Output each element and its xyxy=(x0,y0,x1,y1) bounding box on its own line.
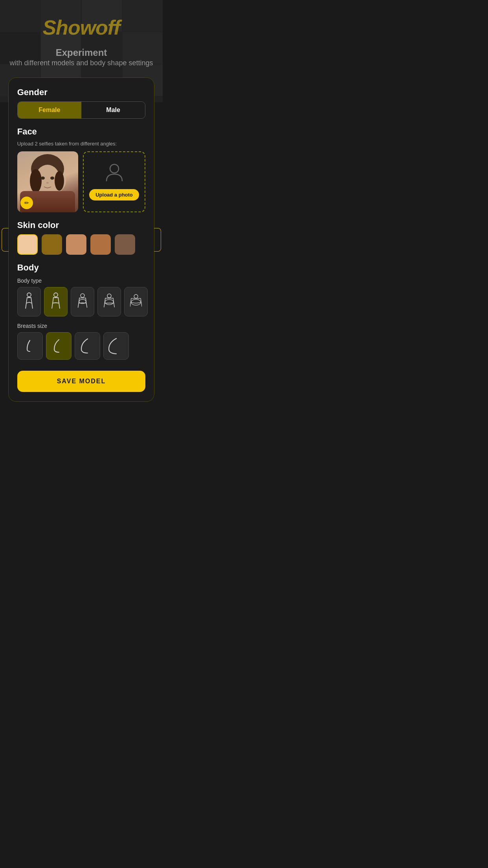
slim-body-icon xyxy=(23,292,35,312)
xlarge-breast-icon xyxy=(108,337,124,356)
skin-swatch-3[interactable] xyxy=(66,234,86,255)
chubby-body-icon xyxy=(77,292,88,312)
skin-color-section-title: Skin color xyxy=(17,220,146,230)
svg-point-10 xyxy=(27,293,31,297)
body-type-chubby[interactable] xyxy=(71,287,94,316)
svg-point-6 xyxy=(46,182,49,184)
svg-line-18 xyxy=(78,303,79,307)
svg-point-3 xyxy=(55,171,64,191)
body-type-row xyxy=(17,287,146,316)
svg-point-20 xyxy=(107,294,111,298)
fat-body-icon xyxy=(103,292,115,312)
svg-line-19 xyxy=(86,303,87,307)
svg-line-22 xyxy=(104,303,105,307)
pencil-icon: ✏ xyxy=(24,200,29,206)
selfie-row: ✏ Upload a photo xyxy=(17,151,146,212)
settings-card: Gender Female Male Face Upload 2 selfies… xyxy=(8,77,155,402)
svg-line-14 xyxy=(52,303,53,309)
body-type-slim[interactable] xyxy=(17,287,41,316)
svg-line-27 xyxy=(141,302,142,307)
small-breast-icon xyxy=(24,337,36,356)
edit-selfie-button[interactable]: ✏ xyxy=(20,197,33,209)
svg-rect-7 xyxy=(29,199,66,212)
body-section-title: Body xyxy=(17,263,146,273)
upload-photo-button[interactable]: Upload a photo xyxy=(89,189,139,200)
gender-section-title: Gender xyxy=(17,87,146,97)
svg-line-23 xyxy=(114,303,114,307)
body-type-very-fat[interactable] xyxy=(124,287,148,316)
skin-color-swatches xyxy=(17,234,146,255)
very-fat-body-icon xyxy=(130,292,142,312)
skin-swatch-1[interactable] xyxy=(17,234,38,255)
svg-point-16 xyxy=(81,294,84,298)
body-type-normal[interactable] xyxy=(44,287,68,316)
body-type-fat[interactable] xyxy=(97,287,121,316)
breast-size-small[interactable] xyxy=(17,332,43,360)
medium-breast-icon xyxy=(52,337,66,356)
body-type-label: Body type xyxy=(17,278,146,284)
svg-point-5 xyxy=(50,177,54,180)
face-section-title: Face xyxy=(17,127,146,137)
save-model-button[interactable]: SAVE MODEL xyxy=(17,371,146,392)
large-breast-icon xyxy=(80,337,95,356)
selfie-upload-slot[interactable]: Upload a photo xyxy=(83,151,146,212)
skin-swatch-2[interactable] xyxy=(42,234,62,255)
svg-line-11 xyxy=(26,303,26,309)
page-content: Showoff Experiment with different models… xyxy=(0,0,163,414)
svg-point-25 xyxy=(131,299,141,305)
breast-size-xlarge[interactable] xyxy=(103,332,129,360)
breast-size-large[interactable] xyxy=(75,332,100,360)
svg-point-24 xyxy=(134,294,138,298)
person-icon xyxy=(106,163,123,185)
face-subtitle: Upload 2 selfies taken from different an… xyxy=(17,141,146,147)
gender-toggle: Female Male xyxy=(17,101,146,119)
svg-line-15 xyxy=(59,303,60,309)
svg-point-2 xyxy=(30,169,42,193)
selfie-uploaded-slot: ✏ xyxy=(17,151,78,212)
normal-body-icon xyxy=(50,292,62,312)
breasts-size-row xyxy=(17,332,146,360)
breast-size-medium[interactable] xyxy=(46,332,72,360)
gender-female-button[interactable]: Female xyxy=(18,102,81,118)
svg-point-4 xyxy=(41,177,45,180)
svg-point-21 xyxy=(105,299,114,304)
svg-point-13 xyxy=(54,293,58,297)
svg-rect-8 xyxy=(44,194,51,200)
breasts-size-label: Breasts size xyxy=(17,323,146,329)
skin-swatch-5[interactable] xyxy=(115,234,135,255)
svg-point-9 xyxy=(110,164,119,173)
card-tab-left xyxy=(2,228,9,252)
skin-swatch-4[interactable] xyxy=(90,234,111,255)
gender-male-button[interactable]: Male xyxy=(81,102,145,118)
svg-line-12 xyxy=(32,303,33,309)
card-tab-right xyxy=(154,228,161,252)
svg-line-26 xyxy=(130,302,131,307)
